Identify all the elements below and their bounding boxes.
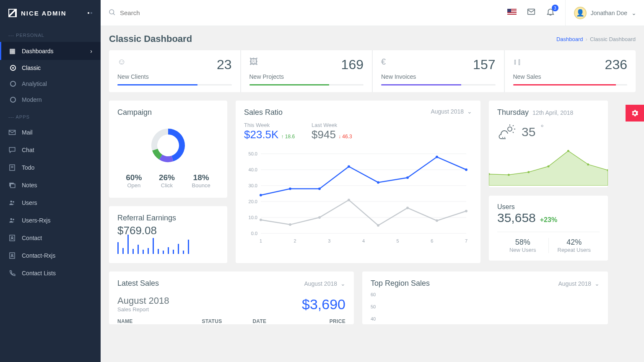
weather-card: Thursday 12th April, 2018 35° [489, 101, 608, 187]
nav-app-notes[interactable]: Notes [0, 176, 101, 194]
svg-text:2: 2 [294, 238, 296, 243]
mail-icon[interactable] [527, 7, 536, 18]
sidebar-toggle[interactable] [88, 12, 92, 14]
chevron-right-icon: › [90, 48, 92, 54]
bell-icon[interactable]: 3 [546, 7, 555, 18]
logo-icon [8, 9, 17, 17]
nav-sub-classic[interactable]: Classic [0, 60, 101, 76]
svg-point-53 [348, 199, 350, 201]
svg-rect-20 [507, 14, 517, 15]
svg-point-45 [348, 165, 350, 168]
kpi-new-invoices: €157New Invoices [373, 50, 504, 92]
contact-icon [8, 234, 16, 242]
avatar: 👤 [574, 7, 587, 19]
svg-text:30.0: 30.0 [249, 183, 257, 188]
chat-icon [8, 146, 16, 154]
svg-point-8 [10, 218, 13, 220]
settings-fab[interactable] [626, 105, 644, 122]
topbar: 3 👤 Jonathan Doe ⌄ [101, 0, 644, 26]
campaign-donut [148, 125, 188, 165]
sales-line-chart: 0.010.020.030.040.050.01234567 [244, 150, 470, 246]
svg-text:20.0: 20.0 [249, 199, 257, 204]
nav-app-mail[interactable]: Mail [0, 124, 101, 141]
svg-point-58 [508, 127, 512, 131]
kpi-new-clients: ☺23New Clients [109, 50, 240, 92]
nav-app-contact lists[interactable]: Contact Lists [0, 264, 101, 282]
phone-icon [8, 269, 16, 277]
user-menu[interactable]: 👤 Jonathan Doe ⌄ [565, 0, 636, 26]
nav-app-contact-rxjs[interactable]: Contact-Rxjs [0, 247, 101, 264]
svg-point-56 [436, 220, 438, 222]
svg-text:3: 3 [328, 238, 330, 243]
euro-icon: € [381, 57, 386, 67]
latest-sales-card: Latest Sales August 2018⌄ August 2018Sal… [109, 272, 354, 324]
svg-point-50 [260, 219, 262, 221]
date-selector[interactable]: August 2018⌄ [558, 280, 600, 287]
svg-text:50.0: 50.0 [249, 151, 257, 156]
users-icon [8, 199, 16, 207]
svg-point-44 [318, 188, 321, 190]
svg-rect-21 [507, 9, 511, 12]
svg-point-9 [13, 219, 14, 220]
todo-icon [8, 164, 16, 171]
nav-sub-modern[interactable]: Modern [0, 92, 101, 108]
svg-point-7 [13, 201, 14, 203]
svg-point-43 [289, 188, 291, 190]
region-sales-card: Top Region Sales August 2018⌄ 605040 [362, 272, 608, 324]
search-input[interactable] [120, 9, 502, 16]
date-selector[interactable]: August 2018⌄ [431, 108, 472, 115]
nav-app-contact[interactable]: Contact [0, 229, 101, 247]
svg-point-13 [11, 254, 13, 256]
nav-app-todo[interactable]: Todo [0, 159, 101, 176]
mail-icon [8, 129, 16, 136]
section-header-apps: APPS [0, 108, 101, 124]
svg-point-54 [377, 224, 379, 227]
weather-icon [497, 124, 517, 140]
chevron-down-icon: ⌄ [595, 280, 600, 287]
svg-point-67 [527, 171, 530, 173]
date-selector[interactable]: August 2018⌄ [304, 280, 345, 287]
svg-point-57 [465, 210, 467, 212]
svg-text:1: 1 [260, 238, 262, 243]
gear-icon [631, 109, 639, 117]
nav-app-users-rxjs[interactable]: Users-Rxjs [0, 212, 101, 229]
contact-icon [8, 252, 16, 259]
users-icon [8, 217, 16, 224]
svg-line-61 [513, 125, 514, 126]
chart-icon: ⫾⫿ [513, 57, 522, 67]
svg-point-47 [406, 176, 409, 179]
svg-line-15 [113, 13, 115, 15]
nav-sub-analytical[interactable]: Analytical [0, 76, 101, 92]
nav-app-users[interactable]: Users [0, 194, 101, 212]
svg-point-11 [11, 237, 13, 238]
breadcrumb-link[interactable]: Dashboard [556, 36, 583, 42]
svg-text:40.0: 40.0 [249, 167, 257, 172]
svg-text:0.0: 0.0 [251, 231, 257, 236]
svg-point-6 [10, 201, 13, 203]
referral-card: Referral Earnings $769.08 [109, 206, 227, 263]
campaign-card: Campaign 60%Open26%Click18%Bounce [109, 101, 227, 198]
image-icon: 🖼 [249, 57, 258, 67]
sidebar: NICE ADMIN PERSONAL ▦Dashboards › Classi… [0, 0, 101, 362]
kpi-row: ☺23New Clients🖼169New Projects€157New In… [109, 50, 636, 92]
nav-app-chat[interactable]: Chat [0, 141, 101, 159]
svg-point-70 [587, 163, 589, 165]
svg-text:10.0: 10.0 [249, 215, 257, 220]
brand-logo[interactable]: NICE ADMIN [0, 0, 101, 26]
svg-rect-5 [10, 184, 15, 188]
flag-us-icon[interactable] [507, 8, 517, 18]
svg-point-14 [109, 10, 114, 14]
svg-point-42 [260, 194, 262, 197]
smile-icon: ☺ [117, 57, 126, 67]
section-header-personal: PERSONAL [0, 26, 101, 42]
dashboard-icon: ▦ [8, 47, 16, 55]
svg-point-48 [436, 156, 438, 158]
svg-text:7: 7 [465, 238, 467, 243]
weather-area-chart [489, 147, 608, 186]
sales-ratio-card: Sales Ratio August 2018⌄ This Week $23.5… [236, 101, 480, 263]
nav-dashboards[interactable]: ▦Dashboards › [0, 42, 101, 60]
svg-text:5: 5 [397, 238, 399, 243]
chevron-down-icon: ⌄ [631, 10, 636, 16]
svg-point-55 [406, 207, 409, 209]
notes-icon [8, 181, 16, 189]
